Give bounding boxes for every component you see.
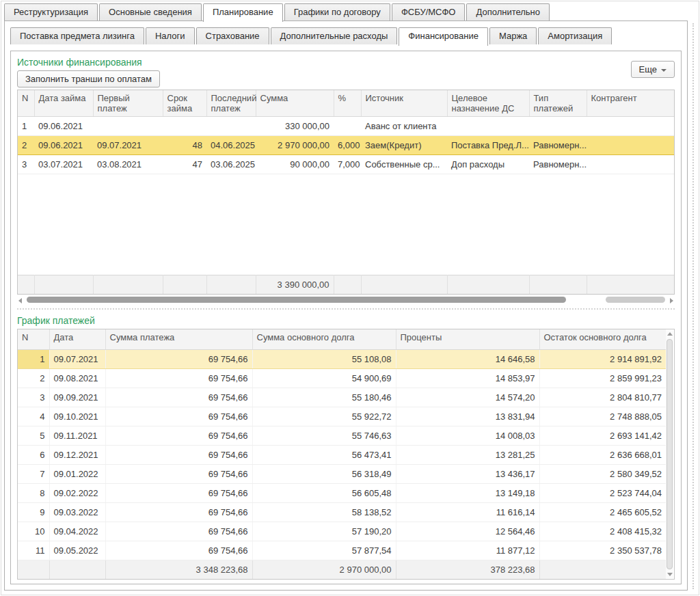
schedule-total-principal: 2 970 000,00 — [252, 560, 396, 579]
horizontal-scrollbar[interactable] — [17, 296, 675, 304]
col-n[interactable]: N — [18, 329, 49, 350]
top-tab[interactable]: Основные сведения — [99, 3, 202, 21]
planning-sub-tab[interactable]: Амортизация — [538, 27, 612, 44]
schedule-table: N Дата Сумма платежа Сумма основного дол… — [17, 329, 675, 580]
schedule-totals-row: 3 348 223,68 2 970 000,00 378 223,68 — [18, 560, 666, 579]
col-source[interactable]: Источник — [361, 90, 447, 117]
col-payment-amount[interactable]: Сумма платежа — [105, 329, 252, 350]
top-tab[interactable]: Реструктуризация — [4, 3, 98, 21]
planning-sub-tab[interactable]: Дополнительные расходы — [271, 27, 398, 44]
schedule-table-header: N Дата Сумма платежа Сумма основного дол… — [18, 329, 666, 350]
col-interest[interactable]: Проценты — [396, 329, 539, 350]
financing-table: N Дата займа Первый платеж Срок займа По… — [17, 90, 675, 295]
col-loan-date[interactable]: Дата займа — [34, 90, 93, 117]
schedule-row[interactable]: 3 09.09.2021 69 754,66 55 180,46 14 574,… — [18, 388, 666, 407]
planning-sub-tab-bar: Поставка предмета лизингаНалогиСтрахован… — [5, 21, 687, 44]
top-tab[interactable]: ФСБУ/МСФО — [392, 3, 466, 21]
col-amount[interactable]: Сумма — [256, 90, 334, 117]
scroll-right-icon[interactable] — [670, 298, 673, 303]
schedule-row[interactable]: 8 09.02.2022 69 754,66 56 605,48 13 149,… — [18, 484, 666, 503]
col-principal-amount[interactable]: Сумма основного долга — [252, 329, 396, 350]
schedule-row[interactable]: 6 09.12.2021 69 754,66 56 473,41 13 281,… — [18, 446, 666, 465]
col-purpose[interactable]: Целевое назначение ДС — [447, 90, 529, 117]
financing-row[interactable]: 1 09.06.2021 330 000,00 Аванс от клиента — [18, 117, 674, 136]
scroll-up-icon[interactable] — [667, 332, 673, 336]
financing-toolbar: Заполнить транши по оплатам Еще — [17, 70, 675, 90]
planning-sub-tab[interactable]: Страхование — [196, 27, 269, 44]
col-date[interactable]: Дата — [49, 329, 105, 350]
scrollbar-track[interactable] — [606, 297, 665, 303]
right-pane-splitter[interactable] — [692, 23, 694, 589]
financing-table-header: N Дата займа Первый платеж Срок займа По… — [18, 90, 674, 117]
financing-row[interactable]: 2 09.06.2021 09.07.2021 48 04.06.2025 2 … — [18, 136, 674, 155]
financing-totals-row: 3 390 000,00 — [18, 275, 674, 294]
empty-area — [18, 174, 674, 275]
col-counterparty[interactable]: Контрагент — [587, 90, 674, 117]
financing-sources-title: Источники финансирования — [17, 57, 675, 68]
planning-sub-tab[interactable]: Поставка предмета лизинга — [10, 27, 144, 44]
vertical-scrollbar[interactable] — [666, 330, 673, 578]
col-percent[interactable]: % — [334, 90, 361, 117]
fill-tranches-button[interactable]: Заполнить транши по оплатам — [17, 70, 160, 87]
col-n[interactable]: N — [18, 90, 34, 117]
schedule-row[interactable]: 7 09.01.2022 69 754,66 56 318,49 13 436,… — [18, 465, 666, 484]
chevron-down-icon — [661, 69, 667, 72]
schedule-total-interest: 378 223,68 — [396, 560, 539, 579]
schedule-row[interactable]: 1 09.07.2021 69 754,66 55 108,08 14 646,… — [18, 350, 666, 369]
financing-total-amount: 3 390 000,00 — [256, 275, 334, 294]
schedule-total-payment: 3 348 223,68 — [105, 560, 252, 579]
schedule-row[interactable]: 11 09.05.2022 69 754,66 57 877,54 11 877… — [18, 541, 666, 560]
financing-tab-panel: Источники финансирования Заполнить транш… — [10, 51, 682, 584]
col-first-payment[interactable]: Первый платеж — [93, 90, 163, 117]
scroll-left-icon[interactable] — [18, 298, 22, 303]
contract-planning-window: РеструктуризацияОсновные сведенияПланиро… — [1, 1, 699, 595]
planning-tab-panel: Поставка предмета лизингаНалогиСтрахован… — [4, 21, 688, 591]
schedule-row[interactable]: 2 09.08.2021 69 754,66 54 900,69 14 853,… — [18, 369, 666, 388]
col-loan-term[interactable]: Срок займа — [163, 90, 206, 117]
payment-schedule-title: График платежей — [17, 315, 675, 326]
col-last-payment[interactable]: Последний платеж — [206, 90, 256, 117]
more-button[interactable]: Еще — [631, 61, 675, 78]
schedule-row[interactable]: 9 09.03.2022 69 754,66 58 138,52 11 616,… — [18, 503, 666, 522]
top-tab[interactable]: Дополнительно — [466, 3, 550, 21]
schedule-row[interactable]: 4 09.10.2021 69 754,66 55 922,72 13 831,… — [18, 407, 666, 426]
schedule-row[interactable]: 5 09.11.2021 69 754,66 55 746,63 14 008,… — [18, 426, 666, 446]
col-payment-type[interactable]: Тип платежей — [529, 90, 587, 117]
top-tab[interactable]: Графики по договору — [284, 3, 390, 21]
top-tab[interactable]: Планирование — [203, 3, 283, 22]
more-button-label: Еще — [639, 64, 657, 74]
schedule-row[interactable]: 10 09.04.2022 69 754,66 57 190,20 12 564… — [18, 522, 666, 541]
scrollbar-thumb[interactable] — [667, 339, 673, 569]
planning-sub-tab[interactable]: Финансирование — [399, 27, 488, 46]
scroll-down-icon[interactable] — [667, 573, 673, 576]
financing-row[interactable]: 3 03.07.2021 03.08.2021 47 03.06.2025 90… — [18, 155, 674, 174]
section-splitter[interactable] — [17, 308, 675, 310]
planning-sub-tab[interactable]: Налоги — [146, 27, 195, 44]
planning-sub-tab[interactable]: Маржа — [489, 27, 537, 44]
col-principal-balance[interactable]: Остаток основного долга — [539, 329, 666, 350]
scrollbar-thumb[interactable] — [27, 297, 566, 303]
top-tab-bar: РеструктуризацияОсновные сведенияПланиро… — [1, 1, 699, 21]
